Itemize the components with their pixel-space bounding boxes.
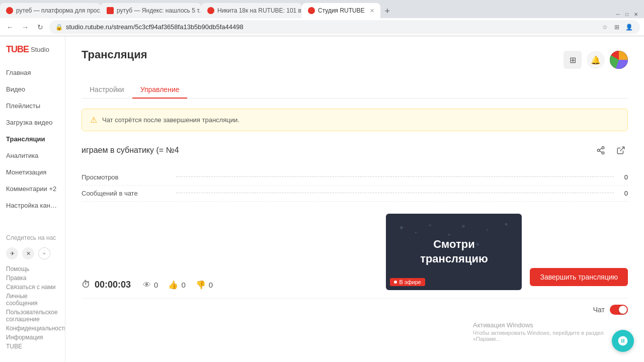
window-controls: ─ □ ✕ bbox=[610, 10, 644, 18]
tab-settings[interactable]: Настройки bbox=[82, 81, 132, 99]
footer-messages[interactable]: Личные сообщения bbox=[6, 293, 59, 307]
tab-favicon-3 bbox=[207, 7, 214, 14]
notification-icon[interactable]: 🔔 bbox=[587, 51, 605, 69]
browser-tab-3[interactable]: Никита 18к на RUTUBE: 101 в... ✕ bbox=[201, 3, 302, 18]
main-content: Трансляция ⊞ 🔔 Настройки Управление ⚠ Ча… bbox=[65, 36, 644, 362]
chat-toggle-row: Чат bbox=[82, 298, 628, 321]
sidebar-nav: Главная Видео Плейлисты Загрузка видео Т… bbox=[0, 65, 65, 230]
svg-point-6 bbox=[400, 226, 404, 229]
stat-row-views: Просмотров 0 bbox=[82, 169, 628, 186]
add-social-icon[interactable]: + bbox=[38, 247, 50, 259]
sidebar-item-analytics[interactable]: Аналитика bbox=[0, 148, 65, 163]
toggle-knob bbox=[619, 306, 627, 314]
tab-close-4[interactable]: ✕ bbox=[370, 8, 374, 14]
stream-title: играем в субнатику (= №4 bbox=[82, 146, 179, 155]
svg-line-4 bbox=[599, 148, 602, 150]
address-bar-row: ← → ↻ 🔒 studio.rutube.ru/stream/5c3cf94a… bbox=[0, 18, 644, 36]
sidebar-item-channel-settings[interactable]: Настройка канала bbox=[0, 198, 65, 213]
end-stream-button[interactable]: Завершить трансляцию bbox=[530, 268, 628, 286]
footer-privacy[interactable]: Конфиденциальность bbox=[6, 325, 59, 332]
views-stat: 👁 0 bbox=[143, 280, 158, 290]
svg-point-14 bbox=[476, 243, 479, 246]
chat-label: Чат bbox=[593, 306, 605, 314]
support-chat-button[interactable] bbox=[612, 330, 634, 352]
new-tab-button[interactable]: + bbox=[380, 4, 394, 18]
telegram-icon[interactable]: ✈ bbox=[6, 247, 18, 259]
timer-value: 00:00:03 bbox=[95, 280, 131, 290]
timer-inline-stats: ⏱ 00:00:03 👁 0 👍 0 👎 0 bbox=[82, 280, 213, 290]
address-box[interactable]: 🔒 studio.rutube.ru/stream/5c3cf94af3658f… bbox=[49, 20, 640, 34]
footer-info[interactable]: Информация bbox=[6, 334, 59, 341]
sidebar-item-video[interactable]: Видео bbox=[0, 81, 65, 97]
tab-label-3: Никита 18к на RUTUBE: 101 в... bbox=[217, 7, 302, 14]
footer-help[interactable]: Помощь bbox=[6, 265, 59, 273]
profile-icon[interactable]: 👤 bbox=[624, 22, 634, 32]
stream-timer: ⏱ 00:00:03 bbox=[82, 280, 131, 290]
footer-contact[interactable]: Связаться с нами bbox=[6, 284, 59, 291]
header-actions: ⊞ 🔔 bbox=[564, 51, 628, 69]
footer-edit[interactable]: Правка bbox=[6, 275, 59, 282]
close-button[interactable]: ✕ bbox=[632, 10, 640, 18]
help-icon[interactable]: ⊞ bbox=[564, 51, 582, 69]
stat-dots-chat bbox=[176, 193, 614, 193]
thumbs-up-icon: 👍 bbox=[168, 280, 178, 290]
svg-point-0 bbox=[602, 147, 604, 149]
share-icon[interactable] bbox=[594, 143, 608, 157]
tab-favicon-4 bbox=[308, 7, 315, 14]
forward-button[interactable]: → bbox=[19, 21, 31, 33]
back-button[interactable]: ← bbox=[4, 21, 16, 33]
page-tabs: Настройки Управление bbox=[82, 81, 628, 99]
bookmark-icon[interactable]: ☆ bbox=[600, 22, 610, 32]
sidebar: TUBE Studio Главная Видео Плейлисты Загр… bbox=[0, 36, 65, 362]
stats-section: Просмотров 0 Сообщений в чате 0 bbox=[82, 169, 628, 202]
dislikes-count: 0 bbox=[209, 281, 213, 289]
stat-dots-views bbox=[176, 176, 614, 177]
maximize-button[interactable]: □ bbox=[623, 10, 631, 18]
avatar-image bbox=[610, 51, 628, 69]
avatar[interactable] bbox=[610, 51, 628, 69]
likes-stat: 👍 0 bbox=[168, 280, 185, 290]
likes-count: 0 bbox=[181, 281, 185, 289]
external-link-icon[interactable] bbox=[614, 143, 628, 157]
warning-text: Чат сотрётся после завершения трансляции… bbox=[102, 116, 239, 124]
footer-tube[interactable]: TUBE bbox=[6, 343, 59, 350]
preview-dots bbox=[392, 220, 516, 251]
stat-value-chat: 0 bbox=[618, 190, 628, 197]
tab-control[interactable]: Управление bbox=[132, 81, 188, 99]
extensions-icon[interactable]: ⊞ bbox=[612, 22, 622, 32]
logo-tube: TUBE bbox=[6, 44, 29, 55]
chat-toggle[interactable] bbox=[610, 305, 628, 315]
warning-banner: ⚠ Чат сотрётся после завершения трансляц… bbox=[82, 109, 628, 131]
browser-tab-2[interactable]: рутуб — Яндекс: нашлось 5 т... ✕ bbox=[101, 3, 201, 18]
stream-title-icons bbox=[594, 143, 628, 157]
app-layout: TUBE Studio Главная Видео Плейлисты Загр… bbox=[0, 36, 644, 362]
svg-point-11 bbox=[487, 229, 489, 231]
twitter-icon[interactable]: ✕ bbox=[22, 247, 34, 259]
sidebar-item-playlists[interactable]: Плейлисты bbox=[0, 98, 65, 114]
warning-icon: ⚠ bbox=[90, 115, 97, 125]
sidebar-item-home[interactable]: Главная bbox=[0, 65, 65, 80]
reload-button[interactable]: ↻ bbox=[34, 21, 46, 33]
sidebar-item-streams[interactable]: Трансляции bbox=[0, 131, 65, 147]
browser-chrome: рутеб — платформа для прос... ✕ рутуб — … bbox=[0, 0, 644, 36]
live-label: В эфире bbox=[399, 279, 421, 285]
address-text: studio.rutube.ru/stream/5c3cf94af3658fa1… bbox=[66, 23, 244, 31]
eye-icon: 👁 bbox=[143, 281, 151, 290]
minimize-button[interactable]: ─ bbox=[614, 10, 622, 18]
address-icons: ☆ ⊞ 👤 bbox=[600, 22, 634, 32]
sidebar-item-monetization[interactable]: Монетизация bbox=[0, 164, 65, 180]
svg-point-1 bbox=[597, 149, 600, 152]
svg-point-2 bbox=[602, 152, 604, 154]
svg-point-12 bbox=[505, 223, 508, 226]
controls-row: ⏱ 00:00:03 👁 0 👍 0 👎 0 bbox=[82, 214, 628, 290]
live-badge: В эфире bbox=[390, 278, 425, 286]
sidebar-item-comments[interactable]: Комментарии +2 bbox=[0, 181, 65, 197]
svg-point-8 bbox=[429, 224, 432, 227]
svg-point-13 bbox=[439, 241, 441, 243]
footer-terms[interactable]: Пользовательское соглашение bbox=[6, 309, 59, 323]
sidebar-item-upload[interactable]: Загрузка видео bbox=[0, 115, 65, 130]
svg-line-5 bbox=[620, 147, 624, 151]
browser-tab-4[interactable]: Студия RUTUBE ✕ bbox=[302, 3, 380, 18]
browser-tab-1[interactable]: рутеб — платформа для прос... ✕ bbox=[0, 3, 101, 18]
page-title: Трансляция bbox=[82, 48, 147, 61]
